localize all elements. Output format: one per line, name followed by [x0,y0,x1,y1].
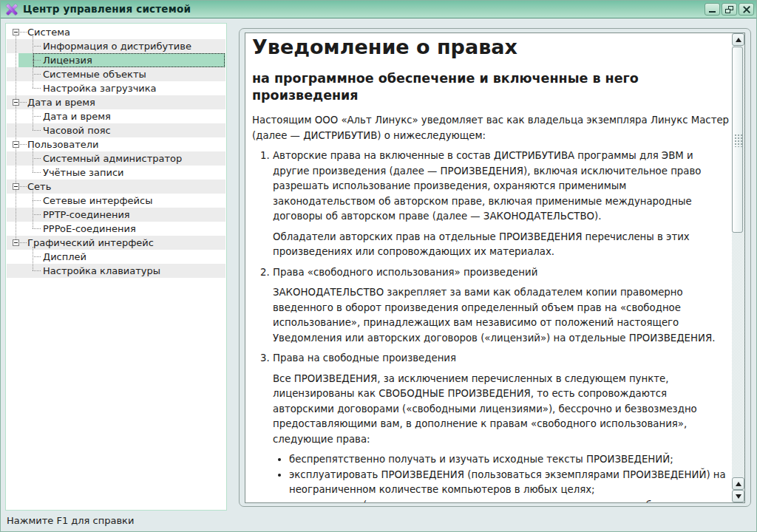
license-bullet: эксплуатировать ПРОИЗВЕДЕНИЯ (пользовать… [289,468,729,498]
scrollbar-track[interactable] [732,46,744,477]
restore-button[interactable] [722,3,737,16]
content-frame: Уведомление о правах на программное обес… [245,33,745,503]
app-window: Центр управления системой СистемаИнформа… [0,0,757,532]
scroll-down-button[interactable] [732,490,744,502]
titlebar[interactable]: Центр управления системой [1,1,756,18]
tree-expander[interactable] [13,141,19,148]
sidebar-item-label: Сетевые интерфейсы [7,195,152,206]
license-paragraph: ЗАКОНОДАТЕЛЬСТВО закрепляет за вами как … [273,285,729,346]
sidebar-item-1[interactable]: Информация о дистрибутиве [7,39,225,53]
sidebar-item-label: Учётные записи [7,167,124,178]
license-paragraph: Права «свободного использования» произве… [273,265,729,281]
close-button[interactable] [739,3,754,16]
tree-expander[interactable] [13,99,19,106]
sidebar-item-label: Системные объекты [7,69,146,80]
window-controls [705,3,754,16]
sidebar-item-label: PPPoE-соединения [7,223,136,234]
minus-icon [14,144,18,145]
sidebar-item-3[interactable]: Системные объекты [7,67,225,81]
scroll-up-button-bottom[interactable] [732,477,744,490]
scrollbar-thumb[interactable] [732,47,743,233]
sidebar-item-17[interactable]: Настройка клавиатуры [7,264,225,278]
license-intro: Настоящим ООО «Альт Линукс» уведомляет в… [252,113,729,143]
tree-expander[interactable] [13,29,19,35]
minimize-icon [709,11,716,13]
sidebar-item-2[interactable]: Лицензия [7,53,225,67]
license-item-1: Авторские права на включенные в состав Д… [273,149,729,260]
arrow-up-icon [736,482,741,486]
sidebar-item-14[interactable]: PPPoE-соединения [7,222,225,236]
sidebar-item-15[interactable]: Графический интерфейс [7,236,225,250]
sidebar-item-label: Часовой пояс [7,125,111,136]
license-paragraph: Обладатели авторских прав на отдельные П… [273,230,729,260]
minimize-button[interactable] [705,3,720,16]
license-bullet: использовать (включая воспроизведение, р… [289,498,729,503]
sidebar-item-label: Настройка клавиатуры [7,265,160,276]
sidebar-tree-panel: СистемаИнформация о дистрибутивеЛицензия… [5,23,227,511]
sidebar-item-label: Системный администратор [7,153,182,164]
license-document[interactable]: Уведомление о правах на программное обес… [245,33,732,502]
license-bullet-list: беспрепятственно получать и изучать исхо… [273,452,729,502]
license-item-2: Права «свободного использования» произве… [273,265,729,347]
sidebar-item-6[interactable]: Дата и время [7,109,225,123]
tree-expander[interactable] [13,239,19,246]
sidebar-item-11[interactable]: Сеть [7,180,225,194]
sidebar-item-8[interactable]: Пользователи [7,137,225,151]
sidebar-item-10[interactable]: Учётные записи [7,166,225,180]
restore-icon [725,6,733,13]
arrow-down-icon [736,494,741,499]
page-subtitle: на программное обеспечение и включенные … [252,70,729,104]
vertical-scrollbar[interactable] [732,33,744,502]
x11-logo-icon [6,4,18,16]
sidebar-item-label: Информация о дистрибутиве [7,41,191,52]
sidebar-item-label: Дата и время [7,111,111,122]
tree-rows: СистемаИнформация о дистрибутивеЛицензия… [7,25,225,278]
minus-icon [14,242,18,243]
sidebar-item-7[interactable]: Часовой пояс [7,123,225,137]
scroll-up-button[interactable] [732,33,744,46]
window-title: Центр управления системой [23,3,191,15]
sidebar-item-label: Лицензия [7,55,92,66]
scrollbar-grip [733,133,742,147]
sidebar-item-4[interactable]: Настройка загрузчика [7,81,225,95]
license-paragraph: Все ПРОИЗВЕДЕНИЯ, за исключением перечис… [273,372,729,448]
license-list: Авторские права на включенные в состав Д… [252,149,729,502]
sidebar-item-5[interactable]: Дата и время [7,95,225,109]
license-paragraph: Права на свободные произведения [273,351,729,366]
sidebar-item-16[interactable]: Дисплей [7,250,225,264]
sidebar-item-13[interactable]: PPTP-соединения [7,208,225,222]
license-paragraph: Авторские права на включенные в состав Д… [273,149,729,225]
sidebar-item-label: Пользователи [7,139,99,150]
sidebar-item-0[interactable]: Система [7,25,225,39]
license-bullet: беспрепятственно получать и изучать исхо… [289,452,729,468]
page-title: Уведомление о правах [252,36,729,58]
minus-icon [14,186,18,187]
sidebar-item-label: Дисплей [7,251,86,262]
sidebar-item-12[interactable]: Сетевые интерфейсы [7,194,225,208]
sidebar-item-label: PPTP-соединения [7,209,130,220]
tree-expander[interactable] [13,183,19,190]
close-icon [743,6,750,13]
minus-icon [14,102,18,103]
license-item-3: Права на свободные произведенияВсе ПРОИЗ… [273,351,729,502]
sidebar-item-label: Графический интерфейс [7,237,154,248]
minus-icon [14,32,18,33]
statusbar-help-text: Нажмите F1 для справки [7,515,134,526]
sidebar-item-9[interactable]: Системный администратор [7,151,225,166]
sidebar-item-label: Дата и время [7,97,95,108]
sidebar-item-label: Настройка загрузчика [7,83,157,94]
arrow-up-icon [736,38,741,42]
